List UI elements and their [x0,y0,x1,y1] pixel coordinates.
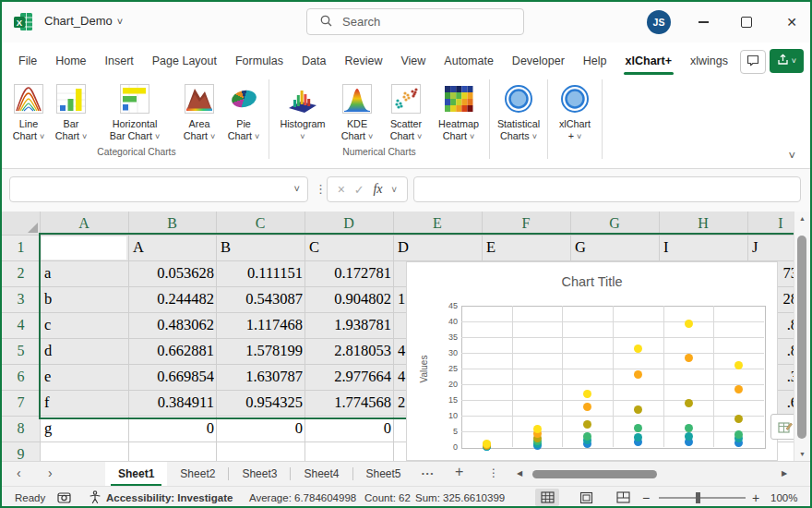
cancel-icon[interactable]: × [338,182,345,197]
cell-A8[interactable]: g [42,416,129,441]
ribbon-tab-xlchart-[interactable]: xlChart+ [616,47,681,75]
view-page-layout-button[interactable] [574,489,598,506]
ribbon-tab-formulas[interactable]: Formulas [226,47,293,75]
column-header-E[interactable]: E [393,212,482,235]
horizontal-bar-chart-button[interactable]: HorizontalBar Chart ˅ [92,79,177,143]
accessibility-status[interactable]: Accessibility: Investigate [106,487,233,508]
status-average: Average: 6.784604998 [249,487,356,508]
line-chart-button[interactable]: LineChart ˅ [7,79,50,143]
vscroll-up-icon[interactable]: ▲ [794,215,810,222]
row-header-9[interactable]: 9 [2,441,40,461]
cell-B8[interactable]: 0 [130,416,214,441]
vscroll-down-icon[interactable]: ▼ [794,451,810,457]
row-header-2[interactable]: 2 [2,260,40,286]
ribbon-tab-automate[interactable]: Automate [435,47,503,75]
area-chart-button[interactable]: AreaChart ˅ [177,79,221,143]
ribbon-tab-page-layout[interactable]: Page Layout [143,47,226,75]
macro-record-icon[interactable] [57,487,71,508]
column-header-C[interactable]: C [216,212,304,235]
pie-chart-button[interactable]: PieChart ˅ [221,79,266,143]
ribbon-tab-file[interactable]: File [9,47,46,75]
zoom-out-button[interactable]: − [642,487,650,508]
pie-chart-icon [232,81,257,115]
view-normal-button[interactable] [535,489,559,506]
ribbon-tab-insert[interactable]: Insert [96,47,143,75]
view-page-break-button[interactable] [611,489,635,506]
row-header-7[interactable]: 7 [2,390,40,416]
vertical-scrollbar-thumb[interactable] [797,236,806,439]
y-tick-label: 25 [441,364,458,373]
ribbon-tab-data[interactable]: Data [293,47,335,75]
avatar[interactable]: JS [647,10,671,34]
histogram-icon [287,81,318,115]
sheet-tab-sheet5[interactable]: Sheet5 [353,462,414,486]
zoom-in-button[interactable]: + [752,487,759,508]
formula-input[interactable] [413,176,801,202]
worksheet-grid[interactable]: ABCDEFGHI1ABCDEGIJ2a0.0536280.1111510.17… [2,212,810,461]
row-header-1[interactable]: 1 [2,235,40,260]
excel-app-icon: X [13,11,34,32]
cell-D8[interactable]: 0 [306,416,391,441]
column-header-F[interactable]: F [482,212,570,235]
hscroll-left-icon[interactable]: ◀ [517,469,522,478]
cell-C8[interactable]: 0 [218,416,303,441]
select-all-corner[interactable] [28,223,38,233]
xlchart-plus-label: xlChart+ ˅ [559,118,591,143]
column-header-G[interactable]: G [570,212,659,235]
ribbon-tab-review[interactable]: Review [335,47,391,75]
sheet-nav-prev-icon[interactable]: ‹ [17,466,21,480]
maximize-button[interactable] [737,13,756,31]
collapse-ribbon-icon[interactable]: ˅ [788,149,795,163]
vertical-scrollbar[interactable]: ▲▼ [794,212,810,461]
column-header-A[interactable]: A [40,212,128,235]
sheet-tab-sheet4[interactable]: Sheet4 [291,462,352,486]
close-button[interactable]: ✕ [782,13,801,31]
sheet-tab-sheet3[interactable]: Sheet3 [229,462,290,486]
bar-chart-button[interactable]: BarChart ˅ [50,79,92,143]
share-button[interactable]: ˅ [770,49,804,73]
ribbon-tab-help[interactable]: Help [574,47,616,75]
horizontal-scrollbar-thumb[interactable] [532,470,657,478]
zoom-level[interactable]: 100% [770,487,797,508]
row-header-4[interactable]: 4 [2,312,40,338]
heatmap-chart-button[interactable]: HeatmapChart ˅ [431,79,486,143]
column-header-D[interactable]: D [304,212,393,235]
enter-icon[interactable]: ✓ [354,183,364,197]
sheet-tab-bar: ‹ › Sheet1Sheet2Sheet3Sheet4Sheet5 ••• +… [2,461,810,486]
sheet-nav-next-icon[interactable]: › [48,466,53,480]
more-sheets-icon[interactable]: ••• [422,469,435,478]
search-input[interactable]: Search [306,8,524,35]
xlchart-plus-button[interactable]: xlChart+ ˅ [551,79,599,143]
group-divider [489,79,490,159]
y-tick-label: 15 [441,395,458,405]
sheet-tab-sheet1[interactable]: Sheet1 [105,462,167,486]
column-header-H[interactable]: H [659,212,747,235]
row-header-5[interactable]: 5 [2,338,40,364]
scatter-chart-button[interactable]: ScatterChart ˅ [381,79,431,143]
row-header-8[interactable]: 8 [2,416,40,441]
comments-button[interactable] [740,50,766,74]
hscroll-right-icon[interactable]: ▶ [782,469,787,478]
insert-function-icon[interactable]: fx [373,182,382,197]
y-tick-label: 40 [441,317,458,326]
row-header-3[interactable]: 3 [2,286,40,312]
row-header-6[interactable]: 6 [2,364,40,390]
ribbon-tab-developer[interactable]: Developer [503,47,574,75]
column-header-B[interactable]: B [128,212,216,235]
zoom-slider-handle[interactable] [696,492,700,503]
ribbon-tab-view[interactable]: View [391,47,435,75]
excel-window: X Chart_Demo˅ Search JS ✕ FileHomeInsert… [0,0,812,508]
ribbon-tab-xlwings[interactable]: xlwings [681,47,737,75]
new-sheet-button[interactable]: + [455,464,463,480]
embedded-chart[interactable]: Chart Title454035302520151050Values [406,261,778,461]
document-title[interactable]: Chart_Demo˅ [44,14,123,28]
group-divider [547,79,548,159]
sheet-tab-sheet2[interactable]: Sheet2 [167,462,228,486]
zoom-slider-track[interactable] [659,497,746,499]
minimize-button[interactable] [694,13,712,31]
ribbon-tab-home[interactable]: Home [46,47,95,75]
kde-chart-button[interactable]: KDEChart ˅ [333,79,381,143]
statistical-charts-button[interactable]: StatisticalCharts ˅ [493,79,544,143]
histogram-button[interactable]: Histogram˅ [272,79,333,143]
name-box[interactable]: ˅ [9,176,308,202]
